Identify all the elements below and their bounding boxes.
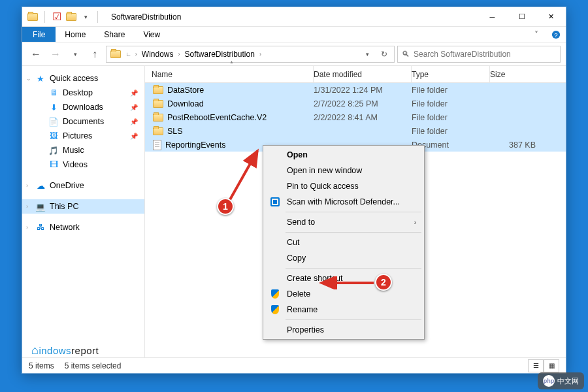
download-icon: ⬇ xyxy=(48,102,59,112)
search-placeholder: Search SoftwareDistribution xyxy=(414,50,511,59)
file-date: 1/31/2022 1:24 PM xyxy=(314,86,412,95)
watermark: ⌂indowsreport xyxy=(31,344,99,357)
column-size[interactable]: Size xyxy=(490,70,542,79)
folder-icon xyxy=(153,86,163,94)
file-type: File folder xyxy=(412,127,490,136)
column-date[interactable]: Date modified xyxy=(314,66,412,82)
desktop-icon: 🖥 xyxy=(48,88,59,98)
context-open-new-window[interactable]: Open in new window xyxy=(265,163,423,178)
sidebar-item-pictures[interactable]: 🖼Pictures📌 xyxy=(22,129,144,143)
address-bar[interactable]: ∟ › Windows › SoftwareDistribution › ▾ ↻ xyxy=(106,46,395,63)
folder-icon xyxy=(153,114,163,122)
sidebar-network[interactable]: ›🖧Network xyxy=(22,220,144,235)
sidebar-item-music[interactable]: 🎵Music xyxy=(22,143,144,157)
source-badge: php中文网 xyxy=(538,372,584,389)
thumbnails-view-icon[interactable]: ▦ xyxy=(544,359,559,372)
forward-button[interactable]: → xyxy=(47,46,64,63)
svg-text:?: ? xyxy=(554,31,557,38)
help-icon[interactable]: ? xyxy=(546,27,566,42)
tab-view[interactable]: View xyxy=(134,27,169,42)
sidebar-item-videos[interactable]: 🎞Videos xyxy=(22,157,144,172)
list-item[interactable]: PostRebootEventCache.V22/2/2022 8:41 AMF… xyxy=(145,110,566,124)
music-icon: 🎵 xyxy=(48,145,59,155)
file-name: SLS xyxy=(167,127,183,136)
chevron-right-icon: › xyxy=(414,219,416,226)
minimize-button[interactable]: ─ xyxy=(478,7,507,27)
up-button[interactable]: ↑ xyxy=(86,46,103,63)
picture-icon: 🖼 xyxy=(48,131,59,141)
pin-icon: 📌 xyxy=(130,118,138,125)
chevron-right-icon[interactable]: ∟ xyxy=(123,51,133,57)
column-headers: Name Date modified Type Size xyxy=(145,66,566,83)
breadcrumb-segment[interactable]: Windows xyxy=(139,50,176,59)
shield-icon xyxy=(270,304,280,315)
folder-icon xyxy=(153,100,163,108)
maximize-button[interactable]: ☐ xyxy=(507,7,536,27)
context-send-to[interactable]: Send to› xyxy=(265,214,423,230)
context-copy[interactable]: Copy xyxy=(265,250,423,266)
chevron-right-icon[interactable]: › xyxy=(26,224,28,231)
address-dropdown-icon[interactable]: ▾ xyxy=(359,46,376,63)
back-button[interactable]: ← xyxy=(27,46,44,63)
file-icon xyxy=(153,140,161,150)
sidebar-quick-access[interactable]: ⌄ ★ Quick access xyxy=(22,71,144,86)
ribbon-expand-icon[interactable]: ˅ xyxy=(527,27,546,42)
chevron-right-icon[interactable]: › xyxy=(176,51,182,57)
file-size: 387 KB xyxy=(490,140,542,150)
list-item[interactable]: SLSFile folder xyxy=(145,124,566,138)
refresh-button[interactable]: ↻ xyxy=(376,46,393,63)
sidebar-item-documents[interactable]: 📄Documents📌 xyxy=(22,114,144,129)
qat-properties-icon[interactable]: ☑ xyxy=(52,12,62,22)
list-item[interactable]: DataStore1/31/2022 1:24 PMFile folder xyxy=(145,83,566,97)
context-open[interactable]: Open xyxy=(265,147,423,163)
context-properties[interactable]: Properties xyxy=(265,322,423,338)
chevron-down-icon[interactable]: ⌄ xyxy=(26,75,31,82)
recent-dropdown-icon[interactable]: ▾ xyxy=(67,46,84,63)
titlebar: ☑ ▾ SoftwareDistribution ─ ☐ ✕ xyxy=(22,7,566,27)
file-type: File folder xyxy=(412,99,490,108)
context-pin-quick-access[interactable]: Pin to Quick access xyxy=(265,178,423,194)
document-icon: 📄 xyxy=(48,116,59,127)
close-button[interactable]: ✕ xyxy=(536,7,566,27)
column-name[interactable]: Name xyxy=(150,66,314,82)
cloud-icon: ☁ xyxy=(35,180,46,191)
svg-line-2 xyxy=(229,151,257,202)
file-tab[interactable]: File xyxy=(22,27,56,42)
sidebar-item-desktop[interactable]: 🖥Desktop📌 xyxy=(22,86,144,100)
file-type: File folder xyxy=(412,113,490,122)
qat-newfolder-icon[interactable] xyxy=(66,12,76,22)
video-icon: 🎞 xyxy=(48,159,59,170)
shield-icon xyxy=(270,289,280,299)
sidebar-onedrive[interactable]: ›☁OneDrive xyxy=(22,178,144,193)
window-title: SoftwareDistribution xyxy=(106,12,181,22)
status-selected-count: 5 items selected xyxy=(65,361,122,370)
context-rename[interactable]: Rename xyxy=(265,302,423,318)
pin-icon: 📌 xyxy=(130,133,138,140)
chevron-right-icon[interactable]: › xyxy=(26,203,28,210)
chevron-right-icon[interactable]: › xyxy=(257,51,263,57)
qat-customize-icon[interactable]: ▾ xyxy=(80,12,91,22)
search-input[interactable]: 🔍︎ Search SoftwareDistribution xyxy=(397,46,561,63)
context-cut[interactable]: Cut xyxy=(265,235,423,250)
file-name: Download xyxy=(167,99,204,108)
defender-icon xyxy=(270,197,280,207)
column-type[interactable]: Type xyxy=(412,66,490,82)
sidebar-this-pc[interactable]: ›💻This PC xyxy=(22,199,144,214)
view-toggle[interactable]: ☰ ▦ xyxy=(528,359,559,372)
annotation-arrow-2 xyxy=(315,276,380,289)
explorer-window: ☑ ▾ SoftwareDistribution ─ ☐ ✕ File Home… xyxy=(22,7,566,374)
file-date: 2/7/2022 8:25 PM xyxy=(314,99,412,108)
file-date: 2/2/2022 8:41 AM xyxy=(314,113,412,122)
tab-home[interactable]: Home xyxy=(56,27,95,42)
chevron-right-icon[interactable]: › xyxy=(133,51,139,57)
chevron-right-icon[interactable]: › xyxy=(26,182,28,189)
sidebar-item-downloads[interactable]: ⬇Downloads📌 xyxy=(22,100,144,114)
annotation-badge-2: 2 xyxy=(375,274,392,291)
breadcrumb-segment[interactable]: SoftwareDistribution xyxy=(182,50,257,59)
details-view-icon[interactable]: ☰ xyxy=(528,359,544,372)
context-defender-scan[interactable]: Scan with Microsoft Defender... xyxy=(265,194,423,210)
tab-share[interactable]: Share xyxy=(95,27,134,42)
folder-icon xyxy=(27,12,38,22)
list-item[interactable]: Download2/7/2022 8:25 PMFile folder xyxy=(145,97,566,110)
status-bar: 5 items 5 items selected ☰ ▦ xyxy=(22,357,566,373)
